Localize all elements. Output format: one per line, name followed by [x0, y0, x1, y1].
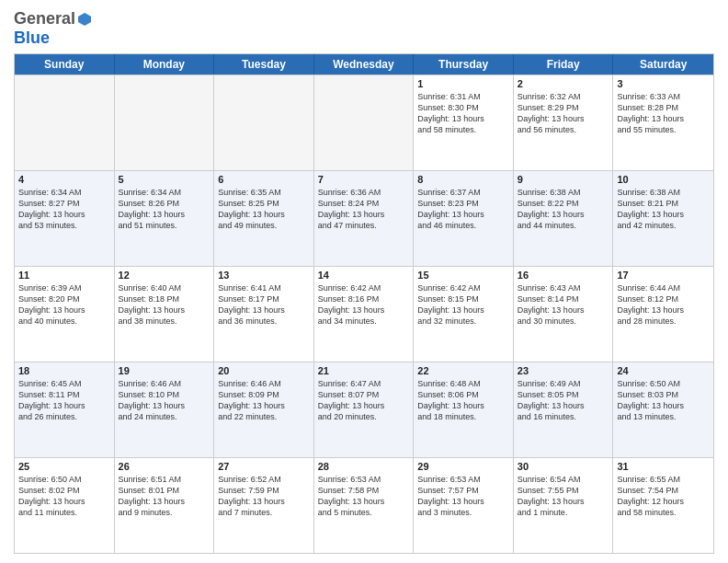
day-info: Sunrise: 6:32 AM Sunset: 8:29 PM Dayligh… [518, 91, 609, 136]
calendar: SundayMondayTuesdayWednesdayThursdayFrid… [14, 53, 714, 554]
day-info: Sunrise: 6:38 AM Sunset: 8:22 PM Dayligh… [518, 187, 609, 232]
day-info: Sunrise: 6:44 AM Sunset: 8:12 PM Dayligh… [617, 282, 710, 327]
day-number: 12 [119, 270, 210, 281]
day-number: 23 [518, 365, 609, 376]
day-info: Sunrise: 6:33 AM Sunset: 8:28 PM Dayligh… [617, 91, 710, 136]
calendar-cell-3-4: 22Sunrise: 6:48 AM Sunset: 8:06 PM Dayli… [414, 362, 514, 457]
page: General Blue SundayMondayTuesdayWednesda… [0, 0, 728, 563]
day-number: 30 [518, 461, 609, 472]
calendar-header-thursday: Thursday [414, 54, 514, 75]
calendar-cell-1-3: 7Sunrise: 6:36 AM Sunset: 8:24 PM Daylig… [314, 171, 415, 266]
day-info: Sunrise: 6:36 AM Sunset: 8:24 PM Dayligh… [318, 187, 410, 232]
calendar-row-4: 25Sunrise: 6:50 AM Sunset: 8:02 PM Dayli… [15, 457, 713, 553]
day-number: 2 [518, 78, 609, 89]
calendar-cell-1-4: 8Sunrise: 6:37 AM Sunset: 8:23 PM Daylig… [414, 171, 514, 266]
day-number: 26 [119, 461, 210, 472]
day-info: Sunrise: 6:53 AM Sunset: 7:58 PM Dayligh… [318, 474, 410, 519]
day-number: 19 [119, 365, 210, 376]
calendar-cell-0-1 [115, 75, 215, 170]
calendar-header-tuesday: Tuesday [214, 54, 314, 75]
logo-blue-text: Blue [14, 29, 50, 47]
day-info: Sunrise: 6:51 AM Sunset: 8:01 PM Dayligh… [119, 474, 210, 519]
day-number: 7 [318, 174, 410, 185]
day-info: Sunrise: 6:42 AM Sunset: 8:15 PM Dayligh… [417, 282, 509, 327]
calendar-header-friday: Friday [514, 54, 614, 75]
calendar-row-1: 4Sunrise: 6:34 AM Sunset: 8:27 PM Daylig… [15, 170, 713, 266]
day-info: Sunrise: 6:42 AM Sunset: 8:16 PM Dayligh… [318, 282, 410, 327]
day-info: Sunrise: 6:45 AM Sunset: 8:11 PM Dayligh… [18, 378, 110, 423]
calendar-cell-3-0: 18Sunrise: 6:45 AM Sunset: 8:11 PM Dayli… [15, 362, 115, 457]
day-info: Sunrise: 6:38 AM Sunset: 8:21 PM Dayligh… [617, 187, 710, 232]
calendar-row-2: 11Sunrise: 6:39 AM Sunset: 8:20 PM Dayli… [15, 266, 713, 362]
calendar-cell-4-3: 28Sunrise: 6:53 AM Sunset: 7:58 PM Dayli… [314, 458, 415, 553]
calendar-cell-2-6: 17Sunrise: 6:44 AM Sunset: 8:12 PM Dayli… [613, 267, 713, 362]
day-number: 14 [318, 270, 410, 281]
calendar-cell-4-0: 25Sunrise: 6:50 AM Sunset: 8:02 PM Dayli… [15, 458, 115, 553]
day-number: 27 [218, 461, 310, 472]
day-info: Sunrise: 6:49 AM Sunset: 8:05 PM Dayligh… [518, 378, 609, 423]
day-info: Sunrise: 6:47 AM Sunset: 8:07 PM Dayligh… [318, 378, 410, 423]
day-info: Sunrise: 6:41 AM Sunset: 8:17 PM Dayligh… [218, 282, 310, 327]
day-info: Sunrise: 6:37 AM Sunset: 8:23 PM Dayligh… [417, 187, 509, 232]
calendar-cell-2-2: 13Sunrise: 6:41 AM Sunset: 8:17 PM Dayli… [214, 267, 314, 362]
calendar-cell-1-1: 5Sunrise: 6:34 AM Sunset: 8:26 PM Daylig… [115, 171, 215, 266]
header: General Blue [14, 9, 714, 48]
calendar-cell-3-6: 24Sunrise: 6:50 AM Sunset: 8:03 PM Dayli… [613, 362, 713, 457]
calendar-cell-4-6: 31Sunrise: 6:55 AM Sunset: 7:54 PM Dayli… [613, 458, 713, 553]
day-info: Sunrise: 6:53 AM Sunset: 7:57 PM Dayligh… [417, 474, 509, 519]
day-info: Sunrise: 6:50 AM Sunset: 8:03 PM Dayligh… [617, 378, 710, 423]
day-info: Sunrise: 6:34 AM Sunset: 8:26 PM Dayligh… [119, 187, 210, 232]
day-info: Sunrise: 6:55 AM Sunset: 7:54 PM Dayligh… [617, 474, 710, 519]
day-number: 15 [417, 270, 509, 281]
day-info: Sunrise: 6:48 AM Sunset: 8:06 PM Dayligh… [417, 378, 509, 423]
day-number: 10 [617, 174, 710, 185]
calendar-cell-2-1: 12Sunrise: 6:40 AM Sunset: 8:18 PM Dayli… [115, 267, 215, 362]
calendar-cell-2-3: 14Sunrise: 6:42 AM Sunset: 8:16 PM Dayli… [314, 267, 415, 362]
calendar-header-monday: Monday [115, 54, 215, 75]
calendar-row-0: 1Sunrise: 6:31 AM Sunset: 8:30 PM Daylig… [15, 75, 713, 170]
day-number: 25 [18, 461, 110, 472]
calendar-cell-4-4: 29Sunrise: 6:53 AM Sunset: 7:57 PM Dayli… [414, 458, 514, 553]
day-number: 28 [318, 461, 410, 472]
day-number: 3 [617, 78, 710, 89]
day-number: 31 [617, 461, 710, 472]
day-number: 4 [18, 174, 110, 185]
calendar-cell-0-2 [214, 75, 314, 170]
logo-flag-icon [76, 11, 93, 28]
calendar-cell-1-6: 10Sunrise: 6:38 AM Sunset: 8:21 PM Dayli… [613, 171, 713, 266]
day-info: Sunrise: 6:54 AM Sunset: 7:55 PM Dayligh… [518, 474, 609, 519]
day-number: 11 [18, 270, 110, 281]
calendar-row-3: 18Sunrise: 6:45 AM Sunset: 8:11 PM Dayli… [15, 362, 713, 457]
day-info: Sunrise: 6:46 AM Sunset: 8:09 PM Dayligh… [218, 378, 310, 423]
day-number: 5 [119, 174, 210, 185]
day-number: 17 [617, 270, 710, 281]
calendar-cell-2-4: 15Sunrise: 6:42 AM Sunset: 8:15 PM Dayli… [414, 267, 514, 362]
calendar-cell-0-6: 3Sunrise: 6:33 AM Sunset: 8:28 PM Daylig… [613, 75, 713, 170]
calendar-header-wednesday: Wednesday [314, 54, 415, 75]
day-info: Sunrise: 6:50 AM Sunset: 8:02 PM Dayligh… [18, 474, 110, 519]
day-number: 13 [218, 270, 310, 281]
calendar-cell-1-2: 6Sunrise: 6:35 AM Sunset: 8:25 PM Daylig… [214, 171, 314, 266]
day-number: 29 [417, 461, 509, 472]
day-info: Sunrise: 6:52 AM Sunset: 7:59 PM Dayligh… [218, 474, 310, 519]
calendar-cell-3-2: 20Sunrise: 6:46 AM Sunset: 8:09 PM Dayli… [214, 362, 314, 457]
logo: General Blue [14, 9, 93, 48]
calendar-cell-2-5: 16Sunrise: 6:43 AM Sunset: 8:14 PM Dayli… [514, 267, 614, 362]
calendar-cell-1-0: 4Sunrise: 6:34 AM Sunset: 8:27 PM Daylig… [15, 171, 115, 266]
calendar-cell-3-1: 19Sunrise: 6:46 AM Sunset: 8:10 PM Dayli… [115, 362, 215, 457]
day-number: 18 [18, 365, 110, 376]
day-info: Sunrise: 6:31 AM Sunset: 8:30 PM Dayligh… [417, 91, 509, 136]
calendar-cell-3-5: 23Sunrise: 6:49 AM Sunset: 8:05 PM Dayli… [514, 362, 614, 457]
calendar-cell-0-3 [314, 75, 415, 170]
day-info: Sunrise: 6:35 AM Sunset: 8:25 PM Dayligh… [218, 187, 310, 232]
calendar-header-sunday: Sunday [15, 54, 115, 75]
logo-general-text: General [14, 9, 75, 29]
calendar-cell-1-5: 9Sunrise: 6:38 AM Sunset: 8:22 PM Daylig… [514, 171, 614, 266]
calendar-cell-4-5: 30Sunrise: 6:54 AM Sunset: 7:55 PM Dayli… [514, 458, 614, 553]
day-info: Sunrise: 6:40 AM Sunset: 8:18 PM Dayligh… [119, 282, 210, 327]
calendar-cell-4-1: 26Sunrise: 6:51 AM Sunset: 8:01 PM Dayli… [115, 458, 215, 553]
calendar-cell-2-0: 11Sunrise: 6:39 AM Sunset: 8:20 PM Dayli… [15, 267, 115, 362]
day-number: 8 [417, 174, 509, 185]
day-info: Sunrise: 6:43 AM Sunset: 8:14 PM Dayligh… [518, 282, 609, 327]
calendar-cell-0-5: 2Sunrise: 6:32 AM Sunset: 8:29 PM Daylig… [514, 75, 614, 170]
